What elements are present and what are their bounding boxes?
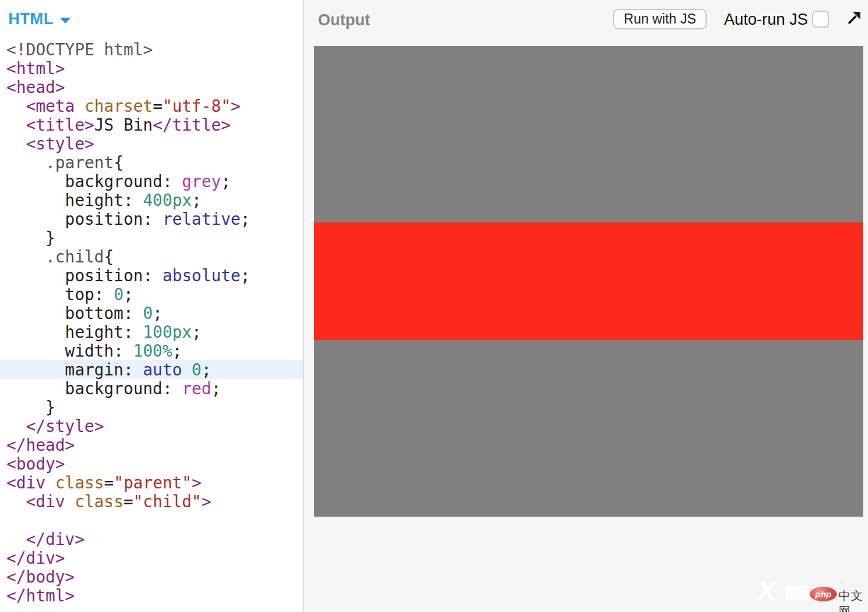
code-line: <meta charset="utf-8"> bbox=[0, 97, 303, 115]
code-line: <body> bbox=[0, 454, 303, 473]
code-line: background: red; bbox=[0, 379, 303, 398]
run-with-js-button[interactable]: Run with JS bbox=[613, 9, 707, 29]
code-line: <style> bbox=[0, 134, 303, 153]
code-line: <title>JS Bin</title> bbox=[0, 115, 303, 134]
output-title: Output bbox=[318, 11, 370, 29]
html-mode-label: HTML bbox=[8, 10, 54, 28]
code-line: } bbox=[0, 228, 303, 247]
code-line: </head> bbox=[0, 435, 303, 454]
code-line: } bbox=[0, 398, 303, 417]
auto-run-js-checkbox[interactable] bbox=[812, 11, 829, 28]
output-header: Output Run with JS Auto-run JS bbox=[304, 0, 868, 41]
preview-parent-box bbox=[314, 46, 863, 517]
code-line: <!DOCTYPE html> bbox=[0, 40, 303, 59]
code-line: </div> bbox=[0, 548, 303, 567]
code-line: background: grey; bbox=[0, 172, 303, 191]
preview-child-box bbox=[314, 222, 863, 340]
code-line: position: relative; bbox=[0, 209, 303, 228]
auto-run-js-label: Auto-run JS bbox=[724, 11, 808, 29]
jsbin-app: HTML <!DOCTYPE html><html><head> <meta c… bbox=[0, 0, 868, 612]
code-line: <div class="child"> bbox=[0, 492, 303, 511]
code-line: <div class="parent"> bbox=[0, 473, 303, 492]
code-line: </html> bbox=[0, 586, 303, 605]
code-line: height: 100px; bbox=[0, 322, 303, 341]
code-line: bottom: 0; bbox=[0, 304, 303, 322]
code-line: width: 100%; bbox=[0, 341, 303, 360]
code-line: position: absolute; bbox=[0, 266, 303, 285]
code-editor[interactable]: <!DOCTYPE html><html><head> <meta charse… bbox=[0, 40, 303, 605]
code-line: margin: auto 0; bbox=[0, 360, 303, 379]
code-line: <html> bbox=[0, 59, 303, 78]
code-line: </div> bbox=[0, 530, 303, 548]
code-line: top: 0; bbox=[0, 285, 303, 304]
chevron-down-icon bbox=[60, 18, 71, 24]
code-line: </body> bbox=[0, 567, 303, 586]
code-line bbox=[0, 511, 303, 530]
popout-arrow-icon[interactable] bbox=[846, 9, 863, 26]
html-editor-panel: HTML <!DOCTYPE html><html><head> <meta c… bbox=[0, 0, 303, 612]
code-line: <head> bbox=[0, 78, 303, 97]
code-line: .child{ bbox=[0, 247, 303, 266]
html-mode-dropdown[interactable]: HTML bbox=[8, 10, 71, 28]
code-line: </style> bbox=[0, 417, 303, 435]
output-panel: Output Run with JS Auto-run JS bbox=[303, 0, 868, 612]
code-line: .parent{ bbox=[0, 153, 303, 172]
code-line: height: 400px; bbox=[0, 191, 303, 209]
